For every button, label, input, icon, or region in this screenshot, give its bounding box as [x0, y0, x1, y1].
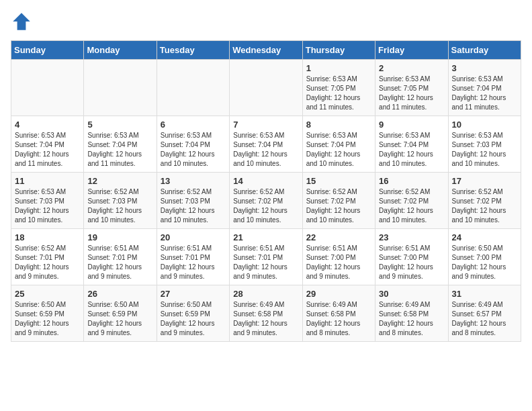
- day-info: Sunrise: 6:53 AM Sunset: 7:04 PM Dayligh…: [452, 75, 517, 112]
- day-number: 21: [233, 232, 298, 242]
- day-number: 30: [379, 289, 444, 299]
- day-info: Sunrise: 6:50 AM Sunset: 6:59 PM Dayligh…: [15, 300, 80, 338]
- calendar-table: SundayMondayTuesdayWednesdayThursdayFrid…: [11, 40, 521, 342]
- day-info: Sunrise: 6:53 AM Sunset: 7:03 PM Dayligh…: [15, 187, 80, 225]
- calendar-cell: 3Sunrise: 6:53 AM Sunset: 7:04 PM Daylig…: [448, 60, 521, 116]
- day-number: 14: [233, 176, 298, 186]
- calendar-cell: 31Sunrise: 6:49 AM Sunset: 6:57 PM Dayli…: [448, 285, 521, 342]
- calendar-cell: 18Sunrise: 6:52 AM Sunset: 7:01 PM Dayli…: [11, 229, 84, 285]
- day-number: 18: [15, 232, 80, 242]
- calendar-cell: [11, 60, 84, 116]
- day-info: Sunrise: 6:50 AM Sunset: 7:00 PM Dayligh…: [452, 244, 517, 281]
- calendar-cell: 1Sunrise: 6:53 AM Sunset: 7:05 PM Daylig…: [302, 60, 375, 116]
- calendar-body: 1Sunrise: 6:53 AM Sunset: 7:05 PM Daylig…: [11, 60, 521, 342]
- page-header: [11, 11, 521, 32]
- calendar-cell: 13Sunrise: 6:52 AM Sunset: 7:03 PM Dayli…: [157, 173, 229, 229]
- day-number: 2: [379, 63, 444, 73]
- calendar-cell: 27Sunrise: 6:50 AM Sunset: 6:59 PM Dayli…: [157, 285, 229, 342]
- header-wednesday: Wednesday: [230, 41, 302, 60]
- day-info: Sunrise: 6:49 AM Sunset: 6:57 PM Dayligh…: [452, 300, 517, 338]
- calendar-header: SundayMondayTuesdayWednesdayThursdayFrid…: [11, 41, 521, 60]
- calendar-cell: 10Sunrise: 6:53 AM Sunset: 7:03 PM Dayli…: [448, 116, 521, 173]
- calendar-cell: 22Sunrise: 6:51 AM Sunset: 7:00 PM Dayli…: [302, 229, 375, 285]
- calendar-cell: [84, 60, 157, 116]
- day-info: Sunrise: 6:51 AM Sunset: 7:00 PM Dayligh…: [306, 244, 371, 281]
- day-info: Sunrise: 6:51 AM Sunset: 7:01 PM Dayligh…: [233, 244, 298, 281]
- day-number: 19: [87, 232, 152, 242]
- calendar-cell: [157, 60, 229, 116]
- calendar-cell: 21Sunrise: 6:51 AM Sunset: 7:01 PM Dayli…: [230, 229, 302, 285]
- header-saturday: Saturday: [448, 41, 521, 60]
- day-number: 28: [233, 289, 298, 299]
- calendar-cell: 30Sunrise: 6:49 AM Sunset: 6:58 PM Dayli…: [375, 285, 448, 342]
- calendar-week-5: 25Sunrise: 6:50 AM Sunset: 6:59 PM Dayli…: [11, 285, 521, 342]
- calendar-cell: 25Sunrise: 6:50 AM Sunset: 6:59 PM Dayli…: [11, 285, 84, 342]
- day-info: Sunrise: 6:50 AM Sunset: 6:59 PM Dayligh…: [87, 300, 152, 338]
- day-info: Sunrise: 6:53 AM Sunset: 7:03 PM Dayligh…: [452, 131, 517, 169]
- day-number: 3: [452, 63, 517, 73]
- day-number: 31: [452, 289, 517, 299]
- logo: [11, 11, 35, 32]
- day-number: 13: [161, 176, 226, 186]
- header-sunday: Sunday: [11, 41, 84, 60]
- calendar-cell: 11Sunrise: 6:53 AM Sunset: 7:03 PM Dayli…: [11, 173, 84, 229]
- day-number: 16: [379, 176, 444, 186]
- day-info: Sunrise: 6:52 AM Sunset: 7:02 PM Dayligh…: [452, 187, 517, 225]
- header-friday: Friday: [375, 41, 448, 60]
- day-number: 20: [161, 232, 226, 242]
- day-info: Sunrise: 6:53 AM Sunset: 7:04 PM Dayligh…: [87, 131, 152, 169]
- calendar-cell: 14Sunrise: 6:52 AM Sunset: 7:02 PM Dayli…: [230, 173, 302, 229]
- day-info: Sunrise: 6:52 AM Sunset: 7:02 PM Dayligh…: [306, 187, 371, 225]
- day-number: 27: [161, 289, 226, 299]
- day-info: Sunrise: 6:49 AM Sunset: 6:58 PM Dayligh…: [306, 300, 371, 338]
- day-info: Sunrise: 6:51 AM Sunset: 7:00 PM Dayligh…: [379, 244, 444, 281]
- day-info: Sunrise: 6:52 AM Sunset: 7:03 PM Dayligh…: [161, 187, 226, 225]
- day-info: Sunrise: 6:53 AM Sunset: 7:04 PM Dayligh…: [15, 131, 80, 169]
- day-info: Sunrise: 6:53 AM Sunset: 7:04 PM Dayligh…: [233, 131, 298, 169]
- calendar-cell: 28Sunrise: 6:49 AM Sunset: 6:58 PM Dayli…: [230, 285, 302, 342]
- calendar-week-3: 11Sunrise: 6:53 AM Sunset: 7:03 PM Dayli…: [11, 173, 521, 229]
- day-info: Sunrise: 6:50 AM Sunset: 6:59 PM Dayligh…: [161, 300, 226, 338]
- day-info: Sunrise: 6:52 AM Sunset: 7:01 PM Dayligh…: [15, 244, 80, 281]
- calendar-cell: 9Sunrise: 6:53 AM Sunset: 7:04 PM Daylig…: [375, 116, 448, 173]
- day-number: 25: [15, 289, 80, 299]
- calendar-cell: 6Sunrise: 6:53 AM Sunset: 7:04 PM Daylig…: [157, 116, 229, 173]
- day-number: 9: [379, 120, 444, 130]
- calendar-cell: 8Sunrise: 6:53 AM Sunset: 7:04 PM Daylig…: [302, 116, 375, 173]
- calendar-cell: 20Sunrise: 6:51 AM Sunset: 7:01 PM Dayli…: [157, 229, 229, 285]
- calendar-cell: 2Sunrise: 6:53 AM Sunset: 7:05 PM Daylig…: [375, 60, 448, 116]
- day-info: Sunrise: 6:53 AM Sunset: 7:05 PM Dayligh…: [306, 75, 371, 112]
- calendar-cell: 4Sunrise: 6:53 AM Sunset: 7:04 PM Daylig…: [11, 116, 84, 173]
- logo-icon: [11, 11, 32, 32]
- calendar-cell: 29Sunrise: 6:49 AM Sunset: 6:58 PM Dayli…: [302, 285, 375, 342]
- calendar-cell: 7Sunrise: 6:53 AM Sunset: 7:04 PM Daylig…: [230, 116, 302, 173]
- calendar-cell: 12Sunrise: 6:52 AM Sunset: 7:03 PM Dayli…: [84, 173, 157, 229]
- day-info: Sunrise: 6:53 AM Sunset: 7:04 PM Dayligh…: [306, 131, 371, 169]
- day-info: Sunrise: 6:52 AM Sunset: 7:03 PM Dayligh…: [87, 187, 152, 225]
- calendar-cell: 26Sunrise: 6:50 AM Sunset: 6:59 PM Dayli…: [84, 285, 157, 342]
- day-number: 29: [306, 289, 371, 299]
- day-info: Sunrise: 6:52 AM Sunset: 7:02 PM Dayligh…: [233, 187, 298, 225]
- day-number: 26: [87, 289, 152, 299]
- svg-marker-0: [13, 13, 30, 30]
- header-monday: Monday: [84, 41, 157, 60]
- day-info: Sunrise: 6:51 AM Sunset: 7:01 PM Dayligh…: [87, 244, 152, 281]
- day-number: 7: [233, 120, 298, 130]
- calendar-cell: 19Sunrise: 6:51 AM Sunset: 7:01 PM Dayli…: [84, 229, 157, 285]
- day-info: Sunrise: 6:49 AM Sunset: 6:58 PM Dayligh…: [379, 300, 444, 338]
- calendar-week-4: 18Sunrise: 6:52 AM Sunset: 7:01 PM Dayli…: [11, 229, 521, 285]
- day-number: 4: [15, 120, 80, 130]
- day-number: 12: [87, 176, 152, 186]
- calendar-cell: 5Sunrise: 6:53 AM Sunset: 7:04 PM Daylig…: [84, 116, 157, 173]
- day-info: Sunrise: 6:52 AM Sunset: 7:02 PM Dayligh…: [379, 187, 444, 225]
- calendar-cell: 24Sunrise: 6:50 AM Sunset: 7:00 PM Dayli…: [448, 229, 521, 285]
- calendar-week-1: 1Sunrise: 6:53 AM Sunset: 7:05 PM Daylig…: [11, 60, 521, 116]
- header-thursday: Thursday: [302, 41, 375, 60]
- day-number: 11: [15, 176, 80, 186]
- day-info: Sunrise: 6:53 AM Sunset: 7:04 PM Dayligh…: [161, 131, 226, 169]
- header-tuesday: Tuesday: [157, 41, 229, 60]
- day-number: 8: [306, 120, 371, 130]
- day-number: 5: [87, 120, 152, 130]
- day-number: 24: [452, 232, 517, 242]
- day-number: 22: [306, 232, 371, 242]
